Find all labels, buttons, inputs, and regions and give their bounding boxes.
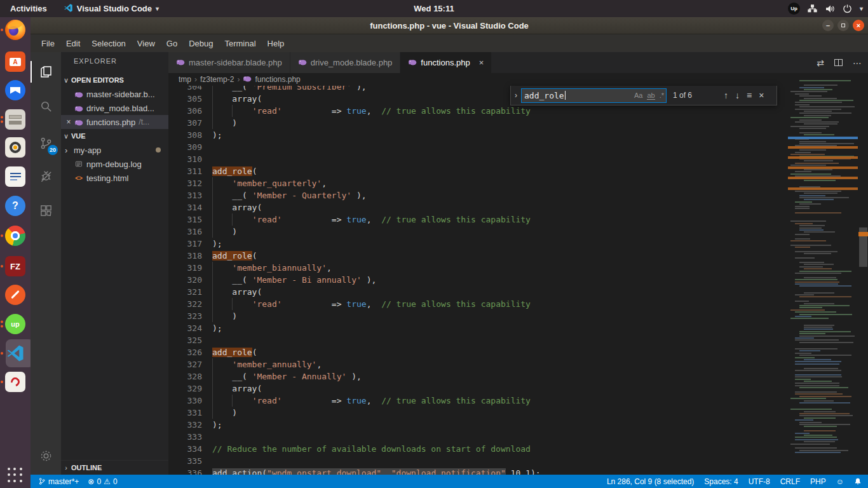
dock-postman[interactable] bbox=[4, 284, 26, 306]
sync-icon[interactable]: ⇄ bbox=[817, 58, 824, 68]
open-editor-drive-mode-blad-[interactable]: drive_mode.blad... bbox=[61, 101, 168, 115]
tab-master-sidebar-blade-php[interactable]: master-sidebar.blade.php bbox=[168, 52, 290, 73]
close-editor-icon[interactable]: × bbox=[64, 118, 74, 126]
dock-filezilla[interactable]: FZ bbox=[4, 255, 26, 277]
whole-word-toggle[interactable]: ab bbox=[647, 92, 654, 100]
line-number: 306 bbox=[168, 105, 202, 117]
find-expand-icon[interactable]: › bbox=[511, 91, 521, 100]
minimap[interactable] bbox=[788, 73, 858, 475]
breadcrumb-item[interactable]: fz3temp-2 bbox=[200, 75, 234, 84]
match-case-toggle[interactable]: Aa bbox=[634, 92, 642, 99]
dock-libreoffice-writer[interactable] bbox=[4, 166, 26, 187]
gnome-top-bar: Activities Visual Studio Code ▾ Wed 15:1… bbox=[0, 0, 868, 17]
previous-match-icon[interactable]: ↑ bbox=[724, 90, 728, 100]
volume-icon[interactable] bbox=[825, 4, 835, 13]
problems-status[interactable]: ⊗ 0 ⚠ 0 bbox=[88, 477, 117, 486]
vscode-logo-icon bbox=[64, 3, 73, 15]
dock-help[interactable]: ? bbox=[4, 195, 26, 217]
dock-red-ribbon-app[interactable] bbox=[4, 371, 26, 393]
dock-firefox[interactable] bbox=[4, 19, 26, 41]
file-testing-html[interactable]: <>testing.html bbox=[61, 171, 168, 185]
regex-toggle[interactable]: .* bbox=[660, 92, 664, 99]
eol-status[interactable]: CRLF bbox=[780, 477, 800, 486]
dock-thunderbird[interactable] bbox=[4, 79, 26, 101]
menu-selection[interactable]: Selection bbox=[86, 34, 131, 52]
maximize-button[interactable] bbox=[837, 20, 849, 31]
menu-bar: FileEditSelectionViewGoDebugTerminalHelp bbox=[31, 34, 868, 52]
scrollbar[interactable] bbox=[858, 73, 868, 475]
extensions-icon[interactable] bbox=[31, 196, 61, 225]
encoding-status[interactable]: UTF-8 bbox=[749, 477, 770, 486]
open-editor-functions-php[interactable]: ×functions.php/t... bbox=[61, 115, 168, 129]
minimap-line bbox=[799, 227, 822, 229]
indentation-status[interactable]: Spaces: 4 bbox=[704, 477, 738, 486]
menu-edit[interactable]: Edit bbox=[60, 34, 86, 52]
dock-file-cabinet[interactable] bbox=[4, 109, 26, 130]
close-button[interactable]: × bbox=[853, 20, 864, 31]
close-tab-icon[interactable]: × bbox=[479, 58, 484, 67]
minimap-line bbox=[804, 85, 837, 86]
breadcrumb-item[interactable]: tmp bbox=[179, 75, 191, 84]
power-icon[interactable] bbox=[843, 4, 852, 13]
network-icon[interactable] bbox=[808, 4, 817, 13]
dock-rhythmbox[interactable] bbox=[4, 137, 26, 158]
more-actions-icon[interactable]: ⋯ bbox=[853, 58, 862, 68]
dock-vscode[interactable] bbox=[4, 342, 26, 364]
settings-gear-icon[interactable] bbox=[31, 441, 61, 470]
menu-go[interactable]: Go bbox=[161, 34, 183, 52]
project-section-header[interactable]: ∨ VUE bbox=[61, 129, 168, 143]
language-mode[interactable]: PHP bbox=[810, 477, 826, 486]
find-input[interactable]: add_role Aa ab .* bbox=[521, 88, 667, 103]
notifications-bell-icon[interactable] bbox=[854, 477, 862, 485]
tray-chevron-icon[interactable]: ▾ bbox=[860, 5, 863, 12]
source-control-icon[interactable]: 20 bbox=[31, 128, 61, 158]
close-find-icon[interactable]: × bbox=[759, 90, 764, 100]
window-title-bar[interactable]: functions.php - vue - Visual Studio Code… bbox=[31, 17, 868, 34]
menu-terminal[interactable]: Terminal bbox=[219, 34, 261, 52]
minimap-line bbox=[799, 225, 825, 226]
open-editors-header[interactable]: ∨ OPEN EDITORS bbox=[61, 73, 168, 87]
minimap-line bbox=[804, 123, 837, 125]
split-editor-icon[interactable] bbox=[834, 59, 843, 66]
search-icon[interactable] bbox=[31, 92, 61, 121]
menu-file[interactable]: File bbox=[36, 34, 60, 52]
git-branch-status[interactable]: master*+ bbox=[38, 477, 79, 486]
find-in-selection-icon[interactable]: ≡ bbox=[747, 90, 752, 100]
dock-ubuntu-software[interactable]: A bbox=[4, 51, 26, 72]
feedback-smiley-icon[interactable]: ☺ bbox=[836, 477, 844, 486]
code-text: 'member_biannually', bbox=[212, 262, 332, 274]
debug-icon[interactable] bbox=[31, 161, 61, 191]
chevron-down-icon: ∨ bbox=[61, 76, 71, 85]
clock[interactable]: Wed 15:11 bbox=[414, 0, 454, 17]
activities-button[interactable]: Activities bbox=[0, 0, 57, 17]
dock-chrome[interactable] bbox=[4, 225, 26, 247]
upwork-tray-icon[interactable]: Up bbox=[788, 3, 800, 15]
tab-drive-mode-blade-php[interactable]: drive_mode.blade.php bbox=[290, 52, 401, 73]
outline-section-header[interactable]: › OUTLINE bbox=[61, 460, 168, 474]
dock-upwork[interactable]: up bbox=[4, 313, 26, 335]
code-line-323: 323 ) bbox=[168, 310, 868, 322]
minimize-button[interactable]: – bbox=[822, 20, 834, 31]
menu-debug[interactable]: Debug bbox=[183, 34, 219, 52]
file-path: /t... bbox=[139, 118, 149, 126]
minimap-line bbox=[799, 387, 848, 388]
file-npm-debug-log[interactable]: npm-debug.log bbox=[61, 157, 168, 171]
app-menu-button[interactable]: Visual Studio Code ▾ bbox=[57, 0, 165, 17]
tab-functions-php[interactable]: functions.php× bbox=[400, 52, 492, 73]
breadcrumb-item[interactable]: functions.php bbox=[255, 75, 300, 84]
menu-view[interactable]: View bbox=[132, 34, 161, 52]
cursor-position[interactable]: Ln 286, Col 9 (8 selected) bbox=[607, 477, 694, 486]
minimap-line bbox=[799, 149, 826, 151]
code-editor[interactable]: 304 __( 'Premium Subscriber' ),305 array… bbox=[168, 86, 868, 475]
file-my-app[interactable]: ›my-app bbox=[61, 143, 168, 157]
open-editor-master-sidebar-b-[interactable]: master-sidebar.b... bbox=[61, 87, 168, 101]
file-label: npm-debug.log bbox=[86, 159, 142, 169]
minimap-line bbox=[804, 199, 834, 200]
file-label: testing.html bbox=[86, 173, 128, 183]
minimap-line bbox=[795, 93, 809, 95]
explorer-icon[interactable] bbox=[31, 57, 61, 86]
show-applications-button[interactable] bbox=[8, 468, 23, 483]
next-match-icon[interactable]: ↓ bbox=[735, 90, 740, 100]
menu-help[interactable]: Help bbox=[262, 34, 290, 52]
minimap-line bbox=[799, 314, 852, 315]
